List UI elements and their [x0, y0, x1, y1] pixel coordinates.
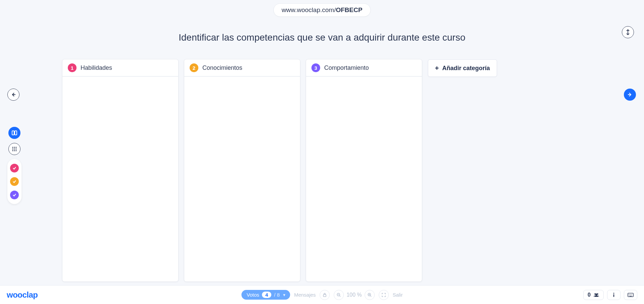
svg-point-2	[12, 147, 13, 148]
votes-label: Votos	[247, 292, 259, 298]
column-header: 3 Comportamiento	[306, 59, 422, 77]
participants-button[interactable]: 0	[583, 290, 604, 300]
zoom-in-button[interactable]	[364, 290, 375, 300]
column-header: 1 Habilidades	[62, 59, 178, 77]
info-button[interactable]	[607, 290, 621, 300]
zoom-out-icon	[337, 293, 341, 297]
zoom-controls: 100 %	[334, 290, 375, 300]
users-icon	[593, 292, 599, 298]
color-filter-3[interactable]	[10, 191, 19, 199]
board: 1 Habilidades 2 Conocimientos 3 Comporta…	[62, 59, 497, 282]
zoom-in-icon	[367, 293, 372, 297]
svg-point-8	[12, 150, 13, 151]
bottom-center-controls: Votos 4 / 8 ▼ Mensajes 100 %	[241, 290, 403, 300]
exit-button[interactable]: Salir	[393, 292, 403, 298]
svg-point-17	[613, 293, 614, 294]
color-filter-panel	[7, 159, 21, 204]
column-title: Conocimientos	[202, 64, 242, 71]
next-slide-button[interactable]	[624, 89, 636, 101]
left-toolbar	[7, 127, 21, 204]
bottom-bar: wooclap Votos 4 / 8 ▼ Mensajes 100 %	[0, 285, 644, 304]
color-filter-2[interactable]	[10, 177, 19, 186]
votes-count: 4	[262, 292, 271, 298]
svg-point-6	[14, 148, 15, 149]
svg-point-16	[595, 293, 597, 295]
color-filter-1[interactable]	[10, 164, 19, 172]
columns-icon	[11, 130, 17, 136]
column-title: Comportamiento	[324, 64, 369, 71]
svg-rect-0	[12, 131, 14, 135]
column-2[interactable]: 2 Conocimientos	[184, 59, 300, 282]
add-category-label: Añadir categoría	[442, 65, 490, 72]
keyboard-button[interactable]	[624, 290, 637, 300]
column-3[interactable]: 3 Comportamiento	[306, 59, 422, 282]
fullscreen-button[interactable]	[379, 290, 389, 300]
column-header: 2 Conocimientos	[184, 59, 300, 77]
grid-icon	[11, 146, 17, 152]
svg-rect-11	[324, 295, 326, 297]
question-title: Identificar las competencias que se van …	[179, 32, 465, 43]
url-code: OFBECP	[336, 6, 362, 13]
add-category-button[interactable]: + Añadir categoría	[428, 59, 497, 77]
svg-rect-18	[613, 294, 614, 297]
bottom-right-controls: 0	[583, 290, 637, 300]
check-icon	[12, 166, 17, 170]
svg-point-10	[15, 150, 16, 151]
info-icon	[611, 292, 617, 298]
zoom-value: 100 %	[347, 292, 362, 298]
column-badge: 3	[311, 63, 320, 72]
svg-rect-1	[15, 131, 17, 135]
plus-icon: +	[435, 64, 439, 72]
column-title: Habilidades	[81, 64, 112, 71]
zoom-out-button[interactable]	[334, 290, 344, 300]
url-pill[interactable]: www.wooclap.com/OFBECP	[273, 3, 371, 17]
chevron-down-icon: ▼	[283, 293, 286, 297]
logo[interactable]: wooclap	[7, 290, 38, 300]
messages-button[interactable]: Mensajes	[294, 292, 315, 298]
fullscreen-icon	[381, 293, 386, 297]
svg-point-5	[12, 148, 13, 149]
grid-view-button[interactable]	[8, 143, 20, 155]
lock-icon	[323, 293, 327, 297]
prev-slide-button[interactable]	[7, 89, 19, 101]
column-badge: 1	[68, 63, 77, 72]
check-icon	[12, 179, 17, 184]
votes-total: / 8	[274, 292, 280, 298]
svg-point-9	[14, 150, 15, 151]
url-base: www.wooclap.com/	[282, 6, 336, 13]
lock-button[interactable]	[320, 290, 330, 300]
arrow-right-icon	[627, 92, 633, 97]
board-view-button[interactable]	[8, 127, 20, 139]
column-1[interactable]: 1 Habilidades	[62, 59, 178, 282]
svg-point-3	[14, 147, 15, 148]
participants-count: 0	[588, 292, 591, 298]
check-icon	[12, 193, 17, 197]
column-badge: 2	[190, 63, 198, 72]
expand-vertical-button[interactable]	[622, 26, 634, 38]
svg-point-4	[15, 147, 16, 148]
arrow-left-icon	[11, 92, 16, 97]
keyboard-icon	[628, 292, 634, 298]
votes-pill[interactable]: Votos 4 / 8 ▼	[241, 290, 290, 300]
arrows-vertical-icon	[626, 29, 630, 35]
svg-point-7	[15, 148, 16, 149]
